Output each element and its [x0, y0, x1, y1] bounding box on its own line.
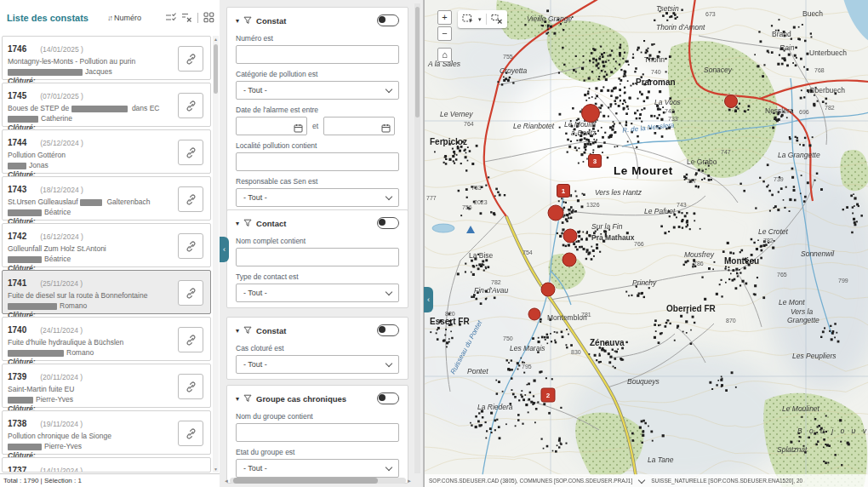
field-label: Cas cloturé est	[236, 344, 399, 352]
list-item-1739[interactable]: 1739(20/11/2024 )Saint-Martin fuite EUPi…	[2, 364, 211, 408]
list-item-1738[interactable]: 1738(19/11/2024 )Pollution chronique de …	[2, 410, 211, 455]
open-constat-link-button[interactable]	[178, 233, 203, 259]
filter-enable-toggle[interactable]	[377, 392, 399, 404]
list-item-1744[interactable]: 1744(25/12/2024 )Pollution GottéronJonas…	[2, 129, 211, 174]
list-item-1742[interactable]: 1742(16/12/2024 )Gülleunfall Zum Holz St…	[2, 223, 211, 267]
map-marker[interactable]: 1	[557, 184, 570, 198]
scroll-left-arrow[interactable]: ◄	[223, 478, 230, 484]
contact-name: Catherine	[41, 114, 72, 123]
list-scrollbar[interactable]: ▲ ▼	[213, 36, 219, 473]
filter-field-nom-groupe[interactable]	[236, 423, 399, 442]
caret-down-icon[interactable]: ▾	[236, 327, 239, 335]
map-marker[interactable]	[724, 95, 738, 108]
scrollbar-thumb[interactable]	[415, 7, 420, 117]
map-marker[interactable]	[563, 229, 578, 244]
filter-enable-toggle[interactable]	[377, 324, 399, 336]
clear-selection-icon[interactable]	[181, 12, 192, 23]
sort-direction-icon[interactable]: ↓↑	[107, 14, 111, 22]
open-constat-link-button[interactable]	[178, 186, 203, 212]
field-label: Date de l'alarme est entre	[236, 106, 399, 114]
contact-name: Romano	[60, 301, 87, 310]
open-constat-link-button[interactable]	[178, 140, 203, 165]
contact-name: Jacques	[85, 67, 112, 76]
open-constat-link-button[interactable]	[178, 327, 203, 352]
filter-scrollbar[interactable]	[414, 3, 420, 473]
list-item-1746[interactable]: 1746(14/01/2025 )Montagny-les-Monts - Po…	[2, 36, 211, 80]
multiselect-icon[interactable]	[165, 12, 176, 23]
chevron-down-icon	[385, 85, 392, 92]
filter-section-title: Constat	[256, 16, 286, 26]
map-marker[interactable]	[541, 283, 556, 297]
map-marker[interactable]: 3	[588, 154, 602, 168]
open-constat-link-button[interactable]	[178, 421, 203, 446]
list-item-1745[interactable]: 1745(07/01/2025 )Boues de STEP de dans E…	[2, 83, 211, 127]
toolbar-separator	[486, 14, 487, 25]
clear-map-selection-button[interactable]	[491, 14, 503, 25]
map-marker[interactable]	[562, 253, 577, 267]
scrollbar-thumb[interactable]	[214, 44, 218, 94]
filter-field-etat-groupe[interactable]: - Tout -	[236, 459, 399, 478]
map-marker[interactable]	[581, 104, 600, 123]
caret-down-icon[interactable]: ▾	[236, 17, 239, 25]
filter-field-responsable[interactable]: - Tout -	[236, 188, 399, 207]
constats-list-panel: Liste des constats ↓↑ Numéro 1746(14/01/…	[0, 0, 220, 487]
redacted-name	[8, 444, 42, 450]
list-item-1740[interactable]: 1740(24/11/2024 )Fuite d'huile hydrauliq…	[2, 317, 211, 361]
field-label: Catégorie de pollution est	[236, 70, 399, 78]
sort-control[interactable]: ↓↑ Numéro	[107, 14, 141, 22]
caret-down-icon[interactable]: ▾	[236, 395, 239, 403]
filter-funnel-icon	[243, 394, 252, 403]
open-constat-link-button[interactable]	[178, 280, 203, 306]
calendar-icon[interactable]	[381, 121, 391, 136]
redacted-text	[71, 106, 128, 112]
filter-field-numero[interactable]	[236, 45, 399, 64]
chevron-down-icon	[385, 359, 392, 366]
contact-name: Jonas	[29, 161, 49, 169]
map-marker[interactable]	[528, 308, 541, 321]
zoom-in-button[interactable]: +	[437, 10, 452, 25]
filter-horizontal-scrollbar[interactable]: ◄ ►	[223, 477, 413, 484]
open-constat-link-button[interactable]	[178, 46, 203, 72]
caret-down-icon[interactable]: ▾	[236, 220, 239, 227]
contact-name: Pierre-Yves	[44, 442, 82, 450]
scroll-down-arrow[interactable]: ▼	[213, 466, 219, 473]
grid-view-icon[interactable]	[203, 12, 214, 23]
select-tool-dropdown[interactable]: ▾	[478, 16, 482, 23]
constat-description: Gülleunfall Zum Holz St.Antoni	[8, 244, 169, 253]
field-label: Nom du groupe contient	[236, 412, 399, 421]
select-tool-button[interactable]	[462, 14, 474, 25]
scrollbar-thumb[interactable]	[233, 478, 378, 484]
list-item-1737[interactable]: 1737(14/11/2024 )	[2, 457, 211, 473]
contact-name: Béatrice	[44, 208, 71, 216]
filter-field-categorie[interactable]: - Tout -	[236, 81, 399, 100]
open-constat-link-button[interactable]	[178, 93, 203, 118]
constat-description: Fuite d'huile hydraulique à Büchslen	[8, 338, 169, 347]
list-item-1741[interactable]: 1741(25/11/2024 )Fuite de diesel sur la …	[2, 270, 211, 314]
sort-field-label[interactable]: Numéro	[114, 14, 141, 22]
filter-enable-toggle[interactable]	[377, 217, 399, 229]
map-canvas[interactable]	[425, 0, 868, 487]
layers-dropdown-icon[interactable]	[638, 476, 645, 483]
constats-list: 1746(14/01/2025 )Montagny-les-Monts - Po…	[0, 36, 213, 473]
home-extent-button[interactable]: ⌂	[437, 48, 452, 62]
list-item-1743[interactable]: 1743(18/12/2024 )St.Ursen Gülleauslauf G…	[2, 176, 211, 221]
filter-field-type-contact[interactable]: - Tout -	[236, 284, 399, 302]
constat-date: (18/12/2024 )	[40, 186, 83, 194]
filter-field-cas-cloture[interactable]: - Tout -	[236, 355, 399, 374]
scroll-up-arrow[interactable]: ▲	[213, 36, 219, 43]
map-marker[interactable]	[548, 205, 564, 221]
collapse-filter-panel-tab[interactable]: ‹	[424, 287, 433, 312]
filter-field-date-alarme-to[interactable]	[323, 117, 395, 135]
map-panel[interactable]: Vieille GrangeTsetsinThorin d'AmontBuech…	[424, 0, 868, 487]
open-constat-link-button[interactable]	[178, 374, 203, 399]
map-marker[interactable]: 2	[541, 388, 556, 403]
filter-enable-toggle[interactable]	[377, 14, 399, 26]
filter-field-date-alarme-from[interactable]	[236, 117, 307, 135]
redacted-name	[8, 256, 42, 263]
calendar-icon[interactable]	[294, 121, 303, 136]
filter-field-localite[interactable]	[236, 152, 399, 171]
collapse-list-panel-tab[interactable]: ‹	[220, 237, 229, 262]
zoom-out-button[interactable]: −	[437, 26, 452, 41]
filter-field-nom-complet[interactable]	[236, 248, 399, 266]
scroll-right-arrow[interactable]: ►	[406, 478, 413, 484]
